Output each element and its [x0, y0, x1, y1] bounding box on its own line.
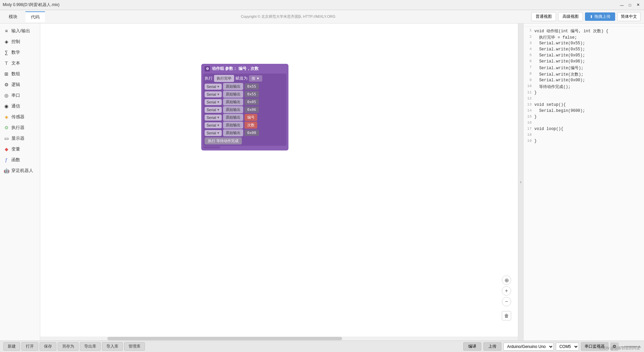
- sidebar-item-robot[interactable]: 🤖 穿足机器人: [0, 165, 40, 176]
- serial-block-6[interactable]: Serial ▼: [205, 130, 222, 136]
- value-var-5[interactable]: 次数: [245, 122, 257, 129]
- sidebar-item-control[interactable]: ◈ 控制: [0, 36, 40, 47]
- manage-lib-button[interactable]: 管理库: [124, 342, 145, 351]
- line-number: 2: [525, 35, 534, 39]
- sidebar-item-text[interactable]: T 文本: [0, 58, 40, 69]
- sensor-icon: ◈: [3, 114, 9, 120]
- exec-label: 执行: [205, 76, 213, 81]
- line-content: }: [534, 139, 537, 143]
- line-content: }: [534, 90, 537, 95]
- serial-block-3[interactable]: Serial ▼: [205, 107, 222, 113]
- line-number: 16: [525, 121, 534, 125]
- serial-block-5[interactable]: Serial ▼: [205, 122, 222, 128]
- bool-dropdown-icon[interactable]: ▼: [256, 77, 260, 80]
- save-button[interactable]: 保存: [40, 342, 56, 351]
- sidebar-item-math[interactable]: ∑ 数学: [0, 47, 40, 58]
- serial-dropdown-3[interactable]: ▼: [217, 108, 220, 112]
- canvas-area[interactable]: ⚙ 动作组 参数： 编号，次数 执行 执行完毕 赋值为 假 ▼: [40, 24, 518, 341]
- tab-blocks[interactable]: 模块: [3, 12, 23, 22]
- sidebar-item-serial[interactable]: ◎ 串口: [0, 90, 40, 101]
- advanced-view-button[interactable]: 高级视图: [558, 12, 583, 21]
- line-number: 12: [525, 96, 534, 100]
- save-as-button[interactable]: 另存为: [58, 342, 78, 351]
- serial-icon: ◎: [3, 92, 9, 98]
- serial-dropdown-1[interactable]: ▼: [217, 93, 220, 96]
- board-select[interactable]: Arduino/Genuino Uno: [503, 343, 554, 351]
- serial-dropdown-5[interactable]: ▼: [217, 124, 220, 127]
- scrollbar-thumb[interactable]: [107, 337, 342, 340]
- control-icon: ◈: [3, 39, 9, 45]
- zoom-reset-button[interactable]: ⊕: [502, 275, 511, 285]
- horizontal-scrollbar[interactable]: [40, 337, 518, 341]
- value-hex-6[interactable]: 0x00: [245, 130, 259, 136]
- serial-block-0[interactable]: Serial ▼: [205, 84, 222, 90]
- raw-output-1[interactable]: 原始输出: [223, 91, 243, 98]
- value-var-4[interactable]: 编号: [245, 114, 257, 121]
- raw-output-6[interactable]: 原始输出: [223, 129, 243, 136]
- line-content: Serial.write(0x06);: [534, 59, 585, 64]
- line-content: 等待动作完成();: [534, 84, 571, 90]
- complete-pill[interactable]: 执行完毕: [214, 75, 234, 82]
- action-group-block[interactable]: ⚙ 动作组 参数： 编号，次数 执行 执行完毕 赋值为 假 ▼: [201, 64, 288, 150]
- export-lib-button[interactable]: 导出库: [80, 342, 101, 351]
- sidebar-item-function[interactable]: ƒ 函数: [0, 155, 40, 165]
- close-button[interactable]: ✕: [635, 2, 641, 8]
- sidebar-item-display[interactable]: ▭ 显示器: [0, 133, 40, 144]
- trash-button[interactable]: 🗑: [502, 311, 511, 320]
- compile-button[interactable]: 编译: [463, 342, 481, 351]
- serial-dropdown-4[interactable]: ▼: [217, 116, 220, 119]
- minimize-button[interactable]: —: [619, 2, 625, 8]
- serial-block-4[interactable]: Serial ▼: [205, 115, 222, 121]
- sidebar-item-comm[interactable]: ◉ 通信: [0, 101, 40, 112]
- serial-block-1[interactable]: Serial ▼: [205, 91, 222, 97]
- serial-row-5: Serial ▼ 原始输出 次数: [205, 122, 285, 129]
- sidebar-item-actuator[interactable]: ⚙ 执行器: [0, 122, 40, 133]
- normal-view-button[interactable]: 普通视图: [531, 12, 556, 21]
- block-content: 执行 执行完毕 赋值为 假 ▼ Serial: [203, 74, 286, 146]
- code-line: 12: [524, 96, 644, 102]
- false-block[interactable]: 假 ▼: [249, 75, 262, 82]
- value-hex-3[interactable]: 0x06: [245, 106, 259, 113]
- line-content: void 动作组(int 编号, int 次数) {: [534, 28, 608, 34]
- open-button[interactable]: 打开: [21, 342, 38, 351]
- collapse-panel-button[interactable]: ›: [518, 24, 523, 341]
- upload-btn2[interactable]: 上传: [483, 342, 501, 351]
- serial-dropdown-0[interactable]: ▼: [217, 85, 220, 88]
- sidebar-item-io[interactable]: ≡ 输入/输出: [0, 26, 40, 36]
- bottom-toolbar: 新建 打开 保存 另存为 导出库 导入库 管理库 编译 上传 Arduino/G…: [0, 341, 644, 352]
- com-select[interactable]: COM5: [556, 343, 579, 351]
- raw-output-3[interactable]: 原始输出: [223, 106, 243, 113]
- import-lib-button[interactable]: 导入库: [102, 342, 123, 351]
- block-connector: [203, 146, 220, 148]
- serial-label-3: Serial: [207, 108, 216, 112]
- sidebar-item-variable[interactable]: ◆ 变量: [0, 144, 40, 155]
- value-hex-1[interactable]: 0x55: [245, 91, 259, 97]
- sidebar-item-sensor[interactable]: ◈ 传感器: [0, 112, 40, 122]
- serial-dropdown-2[interactable]: ▼: [217, 100, 220, 104]
- language-button[interactable]: 简体中文: [617, 12, 641, 21]
- maximize-button[interactable]: □: [627, 2, 633, 8]
- value-hex-2[interactable]: 0x05: [245, 99, 259, 105]
- raw-output-0[interactable]: 原始输出: [223, 83, 243, 90]
- sidebar-item-logic[interactable]: ⚙ 逻辑: [0, 79, 40, 90]
- zoom-out-button[interactable]: −: [502, 297, 511, 306]
- zoom-in-button[interactable]: +: [502, 286, 511, 296]
- wait-block[interactable]: 执行 等待动作完成: [205, 137, 242, 144]
- sidebar-item-array[interactable]: ⊞ 数组: [0, 69, 40, 79]
- value-hex-0[interactable]: 0x55: [245, 83, 259, 90]
- sidebar-label-array: 数组: [11, 71, 20, 77]
- sidebar-label-math: 数学: [11, 49, 20, 55]
- raw-output-5[interactable]: 原始输出: [223, 122, 243, 129]
- serial-dropdown-6[interactable]: ▼: [217, 131, 220, 135]
- tab-code[interactable]: 代码: [25, 11, 45, 22]
- raw-output-4[interactable]: 原始输出: [223, 114, 243, 121]
- serial-block-2[interactable]: Serial ▼: [205, 99, 222, 105]
- sidebar: ≡ 输入/输出 ◈ 控制 ∑ 数学 T 文本 ⊞ 数组 ⚙ 逻辑: [0, 24, 40, 341]
- serial-row-4: Serial ▼ 原始输出 编号: [205, 114, 285, 121]
- code-line: 11}: [524, 90, 644, 96]
- new-button[interactable]: 新建: [3, 342, 20, 351]
- upload-button[interactable]: ⬆ 拖拽上传: [585, 12, 615, 21]
- line-content: 执行完毕 = false;: [534, 35, 577, 40]
- line-content: Serial.write(编号);: [534, 65, 583, 71]
- raw-output-2[interactable]: 原始输出: [223, 98, 243, 105]
